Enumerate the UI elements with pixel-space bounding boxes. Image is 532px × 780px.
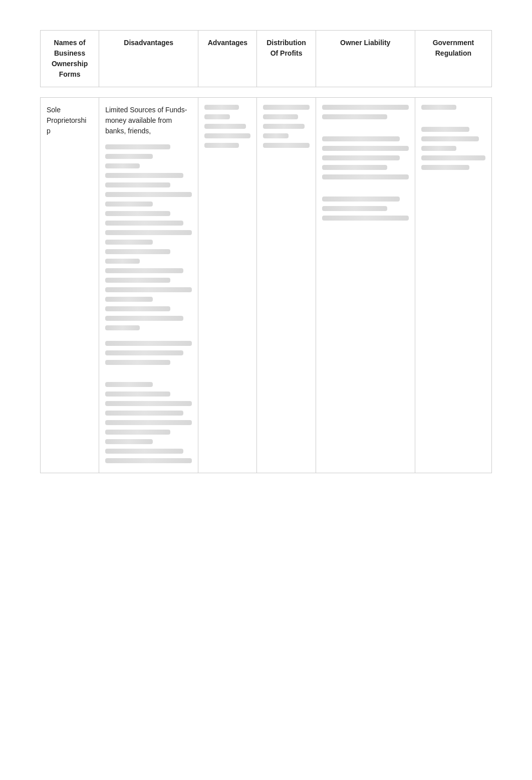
blurred-line: [421, 146, 457, 151]
header-government: GovernmentRegulation: [415, 31, 491, 87]
business-forms-table: Names ofBusinessOwnershipForms Disadvant…: [40, 30, 492, 473]
blurred-line: [421, 155, 485, 160]
cell-distribution: [257, 98, 316, 473]
blurred-line: [263, 114, 298, 119]
blurred-line: [322, 206, 387, 211]
blurred-line: [322, 114, 387, 119]
blurred-line: [204, 124, 246, 129]
blurred-line: [263, 105, 309, 110]
blurred-line: [105, 411, 183, 416]
blurred-line: [105, 230, 192, 235]
blurred-line: [421, 165, 469, 170]
blurred-line: [263, 143, 309, 148]
blurred-line: [105, 221, 183, 226]
header-advantages-label: Advantages: [208, 39, 247, 47]
blurred-line: [105, 420, 192, 425]
blurred-line: [204, 143, 239, 148]
disadvantages-blurred-block-1: [105, 144, 192, 333]
blurred-line: [105, 192, 192, 197]
blurred-line: [105, 202, 153, 207]
cell-advantages: [198, 98, 257, 473]
header-owner-liability-label: Owner Liability: [340, 39, 390, 47]
page-container: Names ofBusinessOwnershipForms Disadvant…: [0, 0, 532, 503]
blurred-line: [105, 401, 192, 406]
blurred-line: [105, 211, 170, 216]
blurred-line: [105, 144, 170, 149]
blurred-line: [322, 197, 400, 202]
blurred-line: [263, 124, 305, 129]
table-row-sole-proprietorship: SoleProprietorship Limited Sources of Fu…: [41, 98, 492, 473]
blurred-line: [105, 430, 170, 435]
business-name-label: SoleProprietorship: [47, 106, 86, 135]
header-disadvantages-label: Disadvantages: [124, 39, 173, 47]
blurred-line: [105, 439, 153, 444]
advantages-blurred-block: [204, 105, 250, 150]
header-government-label: GovernmentRegulation: [433, 39, 474, 57]
blurred-line: [105, 316, 183, 321]
cell-government: [415, 98, 491, 473]
blurred-line: [105, 163, 140, 168]
header-distribution-label: DistributionOf Profits: [267, 39, 306, 57]
government-blurred-block: [421, 105, 485, 172]
cell-disadvantages: Limited Sources of Funds- money availabl…: [99, 98, 198, 473]
blurred-line: [105, 297, 153, 302]
header-advantages: Advantages: [198, 31, 257, 87]
blurred-line: [421, 127, 469, 132]
blurred-line: [322, 174, 409, 179]
header-row: Names ofBusinessOwnershipForms Disadvant…: [41, 31, 492, 87]
blurred-line: [322, 155, 400, 160]
blurred-line: [421, 105, 457, 110]
blurred-line: [105, 173, 183, 178]
blurred-line: [322, 216, 409, 221]
distribution-blurred-block: [263, 105, 309, 150]
blurred-line: [105, 382, 153, 387]
blurred-line: [105, 278, 170, 283]
blurred-line: [105, 268, 183, 273]
blurred-line: [322, 136, 400, 141]
blurred-line: [204, 105, 239, 110]
blurred-line: [105, 360, 170, 365]
blurred-line: [263, 133, 289, 138]
cell-name: SoleProprietorship: [41, 98, 99, 473]
disadvantages-blurred-block-2: [105, 341, 192, 466]
blurred-line: [105, 449, 183, 454]
header-names: Names ofBusinessOwnershipForms: [41, 31, 99, 87]
blurred-line: [204, 133, 250, 138]
spacer-row: [41, 87, 492, 98]
disadvantages-visible-text: Limited Sources of Funds- money availabl…: [105, 106, 187, 135]
blurred-line: [105, 341, 192, 346]
header-names-label: Names ofBusinessOwnershipForms: [52, 39, 88, 78]
blurred-line: [322, 146, 409, 151]
blurred-line: [322, 105, 409, 110]
blurred-line: [105, 259, 140, 264]
blurred-line: [105, 249, 170, 254]
blurred-line: [105, 287, 192, 292]
header-owner-liability: Owner Liability: [316, 31, 415, 87]
blurred-line: [105, 325, 140, 330]
blurred-line: [105, 240, 153, 245]
header-distribution: DistributionOf Profits: [257, 31, 316, 87]
owner-liability-blurred-block: [322, 105, 409, 223]
blurred-line: [105, 458, 192, 463]
blurred-line: [105, 182, 170, 187]
blurred-line: [322, 165, 387, 170]
blurred-line: [105, 154, 153, 159]
blurred-line: [421, 136, 479, 141]
header-disadvantages: Disadvantages: [99, 31, 198, 87]
blurred-line: [105, 350, 183, 355]
blurred-line: [105, 392, 170, 397]
blurred-line: [204, 114, 230, 119]
blurred-line: [105, 306, 170, 311]
cell-owner-liability: [316, 98, 415, 473]
